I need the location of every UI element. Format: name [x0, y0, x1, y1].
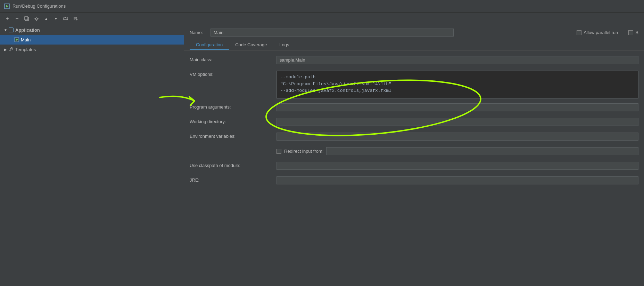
title-bar: Run/Debug Configurations — [0, 0, 644, 13]
store-as-project-container: S — [628, 30, 638, 35]
tree-item-main[interactable]: Main — [0, 35, 184, 45]
working-directory-value — [276, 118, 638, 126]
main-run-icon — [14, 37, 19, 42]
main-class-label: Main class: — [190, 56, 276, 62]
vm-options-row: VM options: --module-path "C:\Program Fi… — [190, 71, 638, 98]
redirect-input-checkbox[interactable] — [276, 149, 281, 154]
tab-logs[interactable]: Logs — [273, 40, 295, 50]
tree-arrow-templates[interactable]: ▶ — [3, 47, 8, 52]
working-directory-label: Working directory: — [190, 118, 276, 124]
environment-variables-label: Environment variables: — [190, 133, 276, 139]
copy-config-button[interactable] — [22, 14, 31, 23]
jre-label: JRE: — [190, 176, 276, 183]
allow-parallel-label: Allow parallel run — [584, 30, 618, 35]
folder-button[interactable] — [61, 14, 70, 23]
tree-item-application[interactable]: ▼ Application — [0, 25, 184, 35]
store-project-checkbox[interactable] — [628, 30, 633, 35]
name-label: Name: — [190, 30, 207, 35]
environment-variables-value — [276, 133, 638, 141]
right-panel: Name: Allow parallel run S Configuration… — [184, 25, 644, 286]
vm-options-label: VM options: — [190, 71, 276, 77]
classpath-module-input[interactable] — [276, 162, 638, 170]
redirect-input-container: Redirect input from: — [276, 147, 638, 155]
add-config-button[interactable]: + — [3, 14, 12, 23]
main-content: ▼ Application Main ▶ Tem — [0, 25, 644, 286]
tab-code-coverage[interactable]: Code Coverage — [229, 40, 273, 50]
redirect-input-spacer — [190, 147, 276, 148]
tabs-bar: Configuration Code Coverage Logs — [184, 40, 644, 50]
program-arguments-input[interactable] — [276, 103, 638, 111]
allow-parallel-checkbox[interactable] — [577, 30, 581, 35]
program-arguments-row: Program arguments: — [190, 103, 638, 113]
working-directory-input[interactable] — [276, 118, 638, 126]
name-row: Name: Allow parallel run S — [184, 25, 644, 40]
classpath-module-row: Use classpath of module: — [190, 162, 638, 172]
environment-variables-input[interactable] — [276, 133, 638, 141]
main-class-row: Main class: — [190, 56, 638, 66]
tab-configuration[interactable]: Configuration — [190, 40, 229, 50]
tree-arrow-application[interactable]: ▼ — [3, 27, 8, 33]
settings-button[interactable] — [32, 14, 41, 23]
program-arguments-label: Program arguments: — [190, 103, 276, 110]
app-logo-icon — [4, 3, 10, 9]
store-project-label: S — [635, 30, 638, 35]
templates-wrench-icon — [8, 47, 14, 52]
working-directory-row: Working directory: — [190, 118, 638, 128]
redirect-input-row: Redirect input from: — [190, 147, 638, 157]
redirect-input-label: Redirect input from: — [284, 149, 323, 154]
name-input[interactable] — [210, 29, 454, 37]
vm-options-value: --module-path "C:\Program Files\Java\jav… — [276, 71, 638, 98]
sort-button[interactable] — [71, 14, 80, 23]
tree-item-templates[interactable]: ▶ Templates — [0, 45, 184, 54]
move-down-button[interactable]: ▼ — [51, 14, 60, 23]
vm-options-textarea[interactable]: --module-path "C:\Program Files\Java\jav… — [276, 71, 638, 98]
templates-label: Templates — [15, 47, 36, 52]
svg-point-4 — [35, 18, 38, 20]
application-icon — [8, 27, 14, 33]
jre-value — [276, 176, 638, 184]
jre-row: JRE: — [190, 176, 638, 186]
move-up-button[interactable]: ▲ — [42, 14, 51, 23]
environment-variables-row: Environment variables: — [190, 133, 638, 142]
config-content: Main class: VM options: --module-path "C… — [184, 50, 644, 286]
classpath-module-label: Use classpath of module: — [190, 162, 276, 168]
application-label: Application — [15, 27, 40, 33]
main-class-value — [276, 56, 638, 64]
classpath-module-value — [276, 162, 638, 170]
title-bar-text: Run/Debug Configurations — [13, 3, 66, 9]
main-label: Main — [21, 37, 31, 42]
main-class-input[interactable] — [276, 56, 638, 64]
left-panel: ▼ Application Main ▶ Tem — [0, 25, 184, 286]
program-arguments-value — [276, 103, 638, 111]
allow-parallel-container: Allow parallel run — [577, 30, 618, 35]
redirect-input-value[interactable] — [326, 147, 638, 155]
svg-rect-3 — [25, 17, 28, 20]
remove-config-button[interactable]: − — [13, 14, 22, 23]
jre-input[interactable] — [276, 176, 638, 184]
